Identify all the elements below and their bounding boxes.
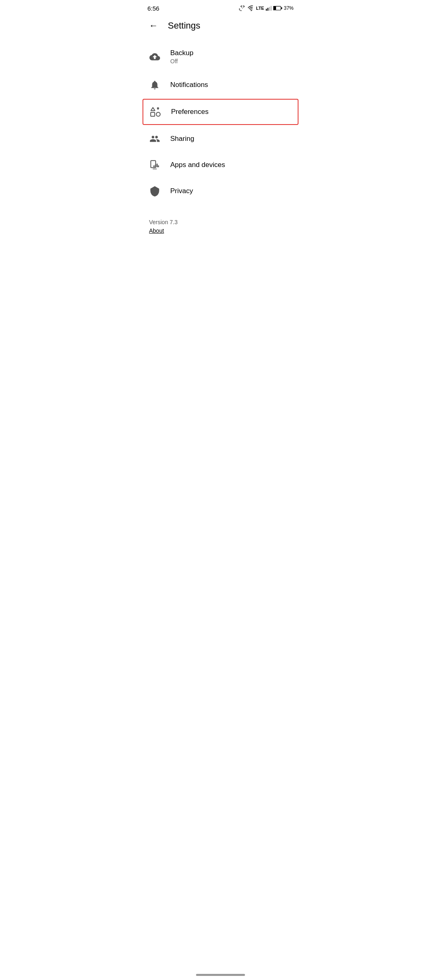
svg-marker-11: [151, 107, 155, 111]
settings-item-notifications[interactable]: Notifications: [141, 72, 300, 98]
sharing-label: Sharing: [170, 135, 194, 143]
wifi-icon: [248, 5, 254, 11]
svg-rect-12: [151, 160, 156, 167]
svg-rect-8: [281, 7, 282, 9]
preferences-label: Preferences: [171, 108, 209, 116]
backup-sublabel: Off: [170, 58, 194, 65]
lte-indicator: LTE: [256, 6, 264, 11]
settings-item-privacy[interactable]: Privacy: [141, 178, 300, 204]
svg-point-10: [156, 112, 160, 116]
settings-item-preferences[interactable]: Preferences: [143, 99, 298, 125]
svg-rect-5: [271, 6, 272, 11]
backup-icon: [149, 51, 160, 62]
svg-rect-16: [158, 165, 159, 167]
backup-label: Backup: [170, 49, 194, 57]
svg-rect-14: [155, 165, 156, 167]
privacy-label: Privacy: [170, 187, 193, 195]
settings-item-apps-devices[interactable]: Apps and devices: [141, 152, 300, 178]
sharing-content: Sharing: [170, 135, 194, 143]
privacy-content: Privacy: [170, 187, 193, 195]
wifi-call-icon: 📞: [239, 5, 246, 11]
battery-percent: 37%: [284, 5, 294, 11]
svg-rect-2: [266, 9, 267, 11]
status-bar: 6:56 📞 LTE 37%: [141, 0, 300, 15]
settings-list: Backup Off Notifications Prefer: [141, 38, 300, 207]
apps-devices-icon: [149, 159, 160, 171]
notifications-content: Notifications: [170, 81, 208, 89]
backup-content: Backup Off: [170, 49, 194, 65]
svg-rect-3: [267, 8, 268, 11]
apps-devices-label: Apps and devices: [170, 161, 225, 169]
svg-rect-15: [156, 164, 158, 167]
signal-icon: [266, 5, 272, 11]
svg-text:📞: 📞: [239, 8, 242, 11]
version-section: Version 7.3 About: [141, 207, 300, 238]
svg-rect-9: [151, 112, 155, 116]
settings-item-backup[interactable]: Backup Off: [141, 42, 300, 72]
svg-rect-13: [154, 165, 155, 167]
svg-point-1: [251, 10, 252, 11]
about-link[interactable]: About: [149, 227, 164, 234]
notifications-icon: [149, 79, 160, 91]
svg-rect-7: [274, 7, 276, 10]
status-time: 6:56: [147, 5, 159, 12]
sharing-icon: [149, 133, 160, 145]
back-button[interactable]: ←: [147, 20, 160, 32]
privacy-icon: [149, 185, 160, 197]
back-arrow-icon: ←: [149, 21, 158, 30]
status-icons: 📞 LTE 37%: [239, 5, 294, 11]
apps-devices-content: Apps and devices: [170, 161, 225, 169]
notifications-label: Notifications: [170, 81, 208, 89]
settings-item-sharing[interactable]: Sharing: [141, 126, 300, 152]
svg-rect-4: [269, 7, 270, 11]
battery-icon: [273, 6, 282, 11]
version-text: Version 7.3: [149, 219, 292, 225]
page-title: Settings: [168, 20, 200, 31]
app-header: ← Settings: [141, 15, 300, 38]
preferences-icon: [150, 106, 161, 118]
preferences-content: Preferences: [171, 108, 209, 116]
